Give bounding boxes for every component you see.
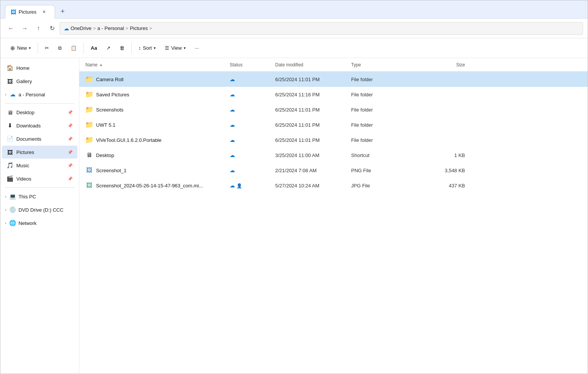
col-header-date[interactable]: Date modified [275,62,351,68]
new-dropdown-icon: ▾ [29,46,31,50]
nav-bar: ← → ↑ ↻ ☁ OneDrive > a - Personal > Pict… [0,19,588,38]
file-name-cell: 🖥 Desktop [85,151,230,159]
file-date: 6/25/2024 11:01 PM [275,122,351,128]
sidebar-label-documents: Documents [16,136,65,142]
file-name: Camera Roll [96,77,123,82]
refresh-icon: ↻ [50,25,55,32]
toolbar-sep-1 [38,43,38,53]
sidebar-separator-1 [5,103,74,104]
file-date: 5/27/2024 10:24 AM [275,183,351,189]
file-name: Saved Pictures [96,92,129,97]
onedrive-cloud-icon: ☁ [9,91,16,98]
table-row[interactable]: 🖼 Screenshot_2024-05-26-14-15-47-963_com… [79,178,588,193]
pictures-icon: 🖼 [6,149,13,156]
breadcrumb-pictures[interactable]: Pictures [130,25,148,31]
sidebar-label-gallery: Gallery [16,79,73,84]
new-tab-button[interactable]: + [57,6,69,18]
tab-container: 🖼 Pictures × + [5,0,69,19]
sidebar-item-pictures[interactable]: 🖼 Pictures 📌 [2,146,77,159]
sidebar-label-downloads: Downloads [16,123,65,129]
sidebar-item-downloads[interactable]: ⬇ Downloads 📌 [2,119,77,132]
file-name: Screenshots [96,107,123,113]
col-header-type[interactable]: Type [351,62,419,68]
share-button[interactable]: ↗ [102,42,114,55]
sidebar: 🏠 Home 🖼 Gallery › ☁ a - Personal 🖥 Desk… [0,58,79,374]
sidebar-item-videos[interactable]: 🎬 Videos 📌 [2,172,77,185]
home-icon: 🏠 [6,64,13,71]
view-dropdown-icon: ▾ [184,46,186,50]
col-header-name[interactable]: Name ▲ [85,62,230,68]
sidebar-label-music: Music [16,163,65,168]
sidebar-label-videos: Videos [16,176,65,182]
shared-icon: 👤 [236,183,242,189]
sidebar-label-personal: a - Personal [19,92,74,97]
paste-button[interactable]: 📋 [67,42,80,55]
up-button[interactable]: ↑ [32,22,44,35]
refresh-button[interactable]: ↻ [46,22,58,35]
sidebar-item-documents[interactable]: 📄 Documents 📌 [2,132,77,145]
toolbar-sep-2 [84,43,84,53]
file-date: 6/25/2024 11:01 PM [275,137,351,143]
sidebar-label-dvd: DVD Drive (D:) CCC [19,207,74,213]
file-name-cell: 📁 Screenshots [85,106,230,113]
table-row[interactable]: 📁 Saved Pictures ☁ 6/25/2024 11:16 PM Fi… [79,87,588,102]
file-name: Screenshot_2024-05-26-14-15-47-963_com.m… [96,183,203,189]
sidebar-item-home[interactable]: 🏠 Home [2,61,77,74]
breadcrumb-onedrive[interactable]: OneDrive [71,25,91,31]
delete-button[interactable]: 🗑 [116,42,128,55]
table-row[interactable]: 🖼 Screenshot_1 ☁ 2/21/2024 7:08 AM PNG F… [79,163,588,178]
file-date: 2/21/2024 7:08 AM [275,168,351,173]
sidebar-item-desktop[interactable]: 🖥 Desktop 📌 [2,106,77,119]
tab-pictures[interactable]: 🖼 Pictures × [5,5,55,19]
sidebar-label-pictures: Pictures [16,149,65,155]
tab-close-button[interactable]: × [39,6,49,17]
copy-button[interactable]: ⧉ [54,42,65,55]
sidebar-item-this-pc[interactable]: › 💻 This PC [2,190,77,203]
file-name-cell: 📁 UWT 5.1 [85,121,230,129]
main-window: 🖼 Pictures × + ← → ↑ ↻ ☁ OneDrive > a - … [0,0,588,374]
forward-button[interactable]: → [19,22,31,35]
view-button[interactable]: ☰ View ▾ [161,42,189,55]
sidebar-item-gallery[interactable]: 🖼 Gallery [2,75,77,88]
view-icon: ☰ [165,45,169,51]
sidebar-item-a-personal[interactable]: › ☁ a - Personal [2,88,77,101]
back-icon: ← [8,25,14,32]
folder-icon: 📁 [85,136,93,144]
col-header-status[interactable]: Status [230,62,275,68]
downloads-icon: ⬇ [6,122,13,129]
sidebar-item-dvd-drive[interactable]: › 💿 DVD Drive (D:) CCC [2,203,77,216]
folder-icon: 📁 [85,121,93,129]
back-button[interactable]: ← [5,22,17,35]
breadcrumb-personal[interactable]: a - Personal [98,25,124,31]
more-button[interactable]: ··· [191,42,203,55]
gallery-icon: 🖼 [6,78,13,85]
rename-button[interactable]: Aa [87,42,101,55]
file-type: File folder [351,107,419,113]
file-type: Shortcut [351,152,419,158]
col-header-size[interactable]: Size [419,62,465,68]
table-row[interactable]: 📁 ViVeTool.GUI.1.6.2.0.Portable ☁ 6/25/2… [79,132,588,148]
table-row[interactable]: 📁 Camera Roll ☁ 6/25/2024 11:01 PM File … [79,72,588,87]
file-date: 6/25/2024 11:01 PM [275,77,351,82]
videos-icon: 🎬 [6,175,13,182]
rename-icon: Aa [91,45,97,51]
sidebar-item-music[interactable]: 🎵 Music 📌 [2,159,77,172]
breadcrumb-sep-3: > [149,25,152,31]
file-status: ☁ [230,167,275,173]
sort-button[interactable]: ↕ Sort ▾ [135,42,159,55]
jpg-icon: 🖼 [85,182,93,189]
cut-button[interactable]: ✂ [41,42,53,55]
sort-icon: ↕ [139,45,141,51]
cut-icon: ✂ [45,45,49,51]
file-size: 1 KB [419,152,465,158]
title-bar: 🖼 Pictures × + [0,0,588,19]
breadcrumb[interactable]: ☁ OneDrive > a - Personal > Pictures > [60,22,583,35]
expand-icon-this-pc: › [5,194,6,199]
table-row[interactable]: 📁 UWT 5.1 ☁ 6/25/2024 11:01 PM File fold… [79,117,588,132]
table-row[interactable]: 🖥 Desktop ☁ 3/25/2024 11:00 AM Shortcut … [79,148,588,163]
new-button[interactable]: ⊕ New ▾ [6,42,35,55]
sidebar-item-network[interactable]: › 🌐 Network [2,217,77,229]
table-row[interactable]: 📁 Screenshots ☁ 6/25/2024 11:01 PM File … [79,102,588,117]
pin-icon-music: 📌 [68,163,73,168]
sort-dropdown-icon: ▾ [154,46,156,50]
